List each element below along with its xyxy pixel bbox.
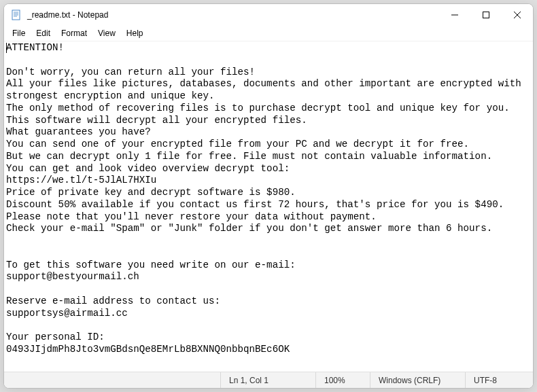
menubar: File Edit Format View Help	[4, 26, 533, 41]
titlebar: _readme.txt - Notepad	[4, 4, 533, 26]
maximize-button[interactable]	[470, 4, 502, 26]
window-title: _readme.txt - Notepad	[27, 10, 439, 20]
statusbar-spacer	[4, 372, 220, 388]
statusbar: Ln 1, Col 1 100% Windows (CRLF) UTF-8	[4, 372, 533, 388]
menu-help[interactable]: Help	[121, 27, 149, 39]
minimize-button[interactable]	[439, 4, 470, 26]
status-position: Ln 1, Col 1	[220, 372, 315, 388]
status-zoom: 100%	[315, 372, 370, 388]
menu-file[interactable]: File	[7, 27, 31, 39]
menu-view[interactable]: View	[92, 27, 121, 39]
menu-format[interactable]: Format	[56, 27, 92, 39]
status-line-ending: Windows (CRLF)	[370, 372, 465, 388]
close-button[interactable]	[502, 4, 533, 26]
text-area[interactable]: ATTENTION! Don't worry, you can return a…	[4, 41, 533, 372]
svg-rect-6	[483, 12, 489, 18]
window-controls	[439, 4, 533, 26]
document-text: ATTENTION! Don't worry, you can return a…	[6, 42, 527, 355]
menu-edit[interactable]: Edit	[31, 27, 56, 39]
status-encoding: UTF-8	[465, 372, 533, 388]
notepad-window: _readme.txt - Notepad File Edit Format V…	[3, 3, 534, 389]
notepad-app-icon	[11, 10, 22, 20]
